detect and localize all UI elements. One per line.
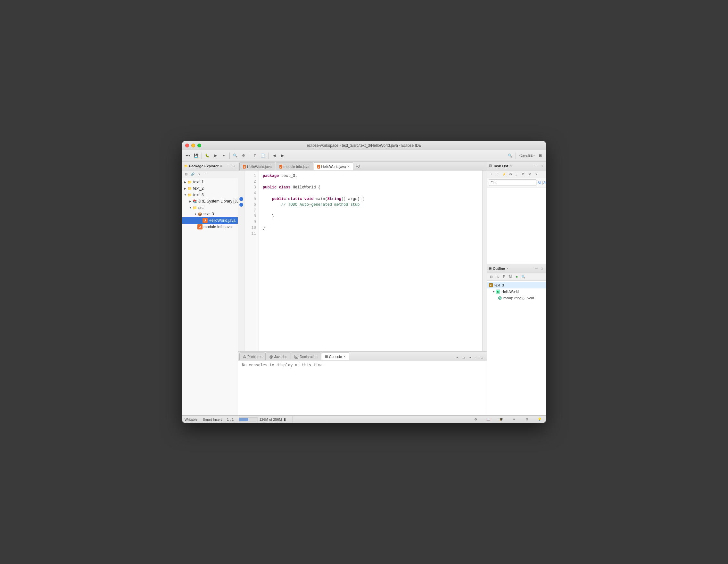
tab-console[interactable]: ▤ Console ✕ <box>321 353 349 360</box>
task-search-input[interactable] <box>489 179 536 186</box>
active-label[interactable]: Activ... <box>543 181 546 185</box>
status-memory-widget[interactable]: 126M of 256M 🗑 <box>239 418 286 421</box>
tab-declaration-label: Declaration <box>300 355 318 359</box>
toolbar-run-dropdown[interactable]: ▾ <box>220 152 228 160</box>
tab-javadoc[interactable]: @ Javadoc <box>266 353 291 360</box>
gutter-3 <box>238 185 244 190</box>
tree-item-jre[interactable]: ▶ 📚 JRE System Library [JDK-13.0] <box>182 198 238 204</box>
perspective-icon[interactable]: ⊞ <box>536 152 544 160</box>
tab-problems-label: Problems <box>247 355 262 359</box>
status-icon-5[interactable]: ⚙ <box>523 417 531 422</box>
sidebar-options-btn[interactable]: ⋯ <box>203 171 208 177</box>
toolbar-refactor-btn[interactable]: ⚙ <box>240 152 247 160</box>
task-list-minimize[interactable]: — <box>534 164 539 168</box>
task-delete-btn[interactable]: ✕ <box>527 171 533 177</box>
memory-bar <box>239 418 258 421</box>
tree-item-helloworld[interactable]: J HelloWorld.java <box>182 217 238 224</box>
minimize-button[interactable] <box>191 144 195 147</box>
tree-item-src[interactable]: ▼ 📁 src <box>182 204 238 211</box>
sidebar-maximize-btn[interactable]: □ <box>231 164 236 168</box>
toolbar-search-global[interactable]: 🔍 <box>506 152 514 160</box>
code-editor[interactable]: package text_3; public class HelloWorld … <box>259 170 482 351</box>
tab-module-info[interactable]: J module-info.java <box>276 162 313 170</box>
outline-collapse-btn[interactable]: ⊟ <box>488 274 494 280</box>
status-icon-4[interactable]: ✏ <box>510 417 518 422</box>
tree-item-text3-pkg[interactable]: ▼ 📦 text_3 <box>182 211 238 217</box>
package-icon-text3: 📦 <box>197 211 203 217</box>
maximize-button[interactable] <box>197 144 201 147</box>
tab-close-btn-3[interactable]: ✕ <box>347 165 350 168</box>
status-icon-6[interactable]: 💡 <box>536 417 543 422</box>
outline-icon: ⊞ <box>489 267 492 270</box>
toolbar-run-btn[interactable]: ▶ <box>212 152 219 160</box>
toolbar-search-btn[interactable]: 🔍 <box>231 152 239 160</box>
outline-item-helloworld[interactable]: ▼ C HelloWorld <box>487 288 546 295</box>
tab-problems[interactable]: ⚠ Problems <box>239 353 266 360</box>
tab-helloworld-1[interactable]: J HelloWorld.java <box>239 162 275 170</box>
task-list-maximize[interactable]: □ <box>540 164 544 168</box>
link-editor-btn[interactable]: 🔗 <box>190 171 195 177</box>
task-new-btn[interactable]: + <box>488 171 494 177</box>
tree-item-module-info[interactable]: J module-info.java <box>182 224 238 230</box>
outline-item-main[interactable]: S main(String[]) : void <box>487 295 546 301</box>
outline-package-icon: P <box>488 283 493 288</box>
outline-maximize[interactable]: □ <box>540 266 544 271</box>
console-tab-close[interactable]: ✕ <box>343 355 346 358</box>
task-more-btn[interactable]: ▾ <box>533 171 539 177</box>
status-icon-1[interactable]: ⚙ <box>472 417 479 422</box>
sidebar-header-actions: — □ <box>226 164 236 168</box>
tree-item-text1[interactable]: ▶ 📁 text_1 <box>182 179 238 185</box>
status-icon-2[interactable]: 📖 <box>484 417 492 422</box>
outline-item-text3[interactable]: P text_3 <box>487 282 546 288</box>
outline-hide-methods-btn[interactable]: M <box>508 274 513 280</box>
task-refresh-btn[interactable]: ⟳ <box>520 171 526 177</box>
toolbar-save-btn[interactable]: 💾 <box>192 152 200 160</box>
status-icon-3[interactable]: 🎓 <box>497 417 505 422</box>
perspective-btn[interactable]: <Java EE> <box>517 152 536 160</box>
task-sort-btn[interactable]: ⚙ <box>508 171 513 177</box>
tab-console-label: Console <box>329 355 342 359</box>
outline-sort-btn[interactable]: ⇅ <box>495 274 501 280</box>
tab-overflow[interactable]: »3 <box>354 162 361 170</box>
console-minimize-btn[interactable]: — <box>474 355 478 360</box>
outline-filter-btn[interactable]: 🔍 <box>520 274 526 280</box>
code-line-6: // TODO Auto-generated method stub <box>263 202 478 208</box>
collapse-all-btn[interactable]: ⊟ <box>183 171 189 177</box>
outline-green-dot-btn[interactable]: ● <box>514 274 520 280</box>
task-columns-btn[interactable]: ⋮ <box>514 171 520 177</box>
console-action-3[interactable]: ▾ <box>467 355 473 360</box>
toolbar-debug-btn[interactable]: 🐛 <box>203 152 211 160</box>
sidebar-minimize-btn[interactable]: — <box>226 164 230 168</box>
console-maximize-btn[interactable]: □ <box>480 355 484 360</box>
breakpoint-5[interactable] <box>239 197 243 201</box>
console-action-2[interactable]: □ <box>461 355 466 360</box>
console-content: No consoles to display at this time. <box>238 361 487 415</box>
tree-arrow-text3-pkg: ▼ <box>194 212 197 216</box>
tree-label-src: src <box>198 205 203 210</box>
task-list-view-btn[interactable]: ☰ <box>495 171 501 177</box>
main-content: 📁 Package Explorer ✕ — □ ⊟ 🔗 ▾ ⋯ ▶ <box>182 162 546 415</box>
breakpoint-6[interactable] <box>239 203 243 207</box>
outline-minimize[interactable]: — <box>534 266 539 271</box>
tree-item-text2[interactable]: ▶ 📁 text_2 <box>182 185 238 192</box>
task-list-close-hint: ✕ <box>509 164 512 168</box>
tab-helloworld-active[interactable]: J HelloWorld.java ✕ <box>314 162 353 170</box>
toolbar-open-resource-btn[interactable]: 📄 <box>259 152 267 160</box>
sidebar-view-menu-btn[interactable]: ▾ <box>196 171 202 177</box>
console-action-1[interactable]: ⟳ <box>455 355 460 360</box>
tab-icon-3: J <box>317 165 320 169</box>
close-button[interactable] <box>185 144 189 147</box>
tab-declaration[interactable]: D Declaration <box>291 353 321 360</box>
tree-item-text3[interactable]: ▼ 📁 text_3 <box>182 192 238 198</box>
java-file-icon-hw: J <box>203 218 208 223</box>
toolbar-prev-btn[interactable]: ◀ <box>270 152 278 160</box>
toolbar-next-btn[interactable]: ▶ <box>279 152 286 160</box>
all-label[interactable]: All <box>538 181 541 185</box>
outline-hide-fields-btn[interactable]: F <box>501 274 507 280</box>
gc-icon[interactable]: 🗑 <box>283 418 286 421</box>
console-message: No consoles to display at this time. <box>242 363 325 368</box>
task-list-header-actions: — □ <box>534 164 544 168</box>
task-filter-btn[interactable]: ⚡ <box>501 171 507 177</box>
toolbar-open-type-btn[interactable]: T <box>251 152 259 160</box>
toolbar-back-btn[interactable]: ⬅▾ <box>184 152 192 160</box>
